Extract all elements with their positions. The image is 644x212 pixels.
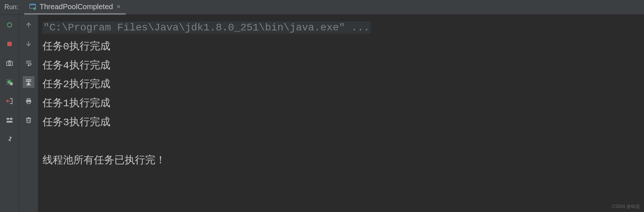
profile-button[interactable]	[4, 76, 15, 88]
svg-rect-13	[27, 98, 30, 100]
console-line[interactable]: 任务0执行完成	[43, 37, 640, 56]
svg-point-2	[33, 7, 36, 10]
svg-rect-11	[7, 121, 12, 123]
pin-button[interactable]	[4, 133, 15, 145]
print-button[interactable]	[23, 95, 34, 107]
scroll-to-end-button[interactable]	[23, 76, 34, 88]
arrow-up-icon	[25, 21, 32, 29]
console-line[interactable]: 任务3执行完成	[43, 113, 640, 132]
tab-title: ThreadPoolCompleted	[40, 3, 113, 11]
clear-all-button[interactable]	[23, 114, 34, 126]
run-panel-body: "C:\Program Files\Java\jdk1.8.0_251\bin\…	[0, 15, 644, 212]
svg-point-8	[10, 82, 13, 85]
soft-wrap-button[interactable]	[23, 57, 34, 69]
console-line[interactable]: 任务4执行完成	[43, 56, 640, 75]
close-tab-icon[interactable]: ×	[117, 3, 121, 11]
bug-gear-icon	[6, 78, 13, 86]
run-tab-header: Run: ThreadPoolCompleted ×	[0, 0, 644, 15]
trash-icon	[25, 116, 32, 124]
rerun-button[interactable]	[4, 19, 15, 31]
pin-icon	[6, 135, 13, 143]
scroll-to-end-icon	[25, 78, 32, 86]
watermark: CSDN @码灵	[612, 202, 640, 211]
stop-button[interactable]	[4, 38, 15, 50]
svg-point-6	[8, 63, 11, 65]
command-line[interactable]: "C:\Program Files\Java\jdk1.8.0_251\bin\…	[43, 18, 640, 37]
run-config-tab[interactable]: ThreadPoolCompleted ×	[24, 0, 126, 15]
soft-wrap-icon	[25, 59, 32, 67]
svg-rect-5	[8, 60, 11, 62]
scroll-up-button[interactable]	[23, 19, 34, 31]
svg-rect-3	[7, 42, 12, 46]
dump-threads-button[interactable]	[4, 57, 15, 69]
console-line[interactable]: 任务2执行完成	[43, 75, 640, 94]
svg-rect-14	[27, 102, 30, 104]
rerun-icon	[6, 21, 13, 29]
arrow-down-icon	[25, 40, 32, 48]
console-line[interactable]: 任务1执行完成	[43, 94, 640, 113]
scroll-down-button[interactable]	[23, 38, 34, 50]
camera-icon	[6, 59, 13, 67]
run-label: Run:	[0, 3, 24, 11]
application-icon	[29, 3, 36, 10]
stop-icon	[6, 40, 13, 48]
exit-button[interactable]	[4, 95, 15, 107]
exit-icon	[6, 97, 13, 105]
layout-button[interactable]	[4, 114, 15, 126]
printer-icon	[25, 97, 32, 105]
secondary-toolbar	[19, 15, 38, 212]
console-line[interactable]: 线程池所有任务已执行完！	[43, 151, 640, 170]
primary-toolbar	[0, 15, 19, 212]
svg-rect-15	[27, 119, 30, 123]
svg-rect-10	[10, 118, 12, 120]
console-output[interactable]: "C:\Program Files\Java\jdk1.8.0_251\bin\…	[38, 15, 644, 212]
svg-rect-1	[30, 4, 36, 5]
layout-icon	[6, 116, 13, 124]
svg-rect-9	[7, 118, 9, 120]
